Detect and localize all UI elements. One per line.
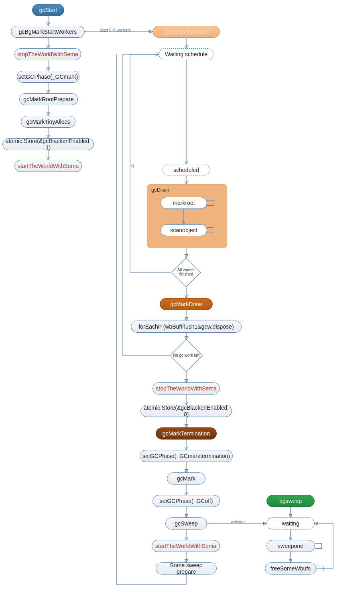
bgsweep-waiting-node: waiting — [266, 517, 315, 529]
bgsweep-node: bgsweep — [266, 495, 315, 507]
gcmarkdone-node: gcMarkDone — [160, 298, 213, 310]
freesomewbufs-node: freeSomeWbufs — [265, 562, 316, 574]
atomicstore1-node: atomic.Store(&gcBlackenEnabled, 1) — [2, 138, 94, 150]
gcbgmarkstartworkers-node: gcBgMarkStartWorkers — [11, 26, 85, 38]
waiting-schedule-node: Waiting schedule — [159, 48, 214, 60]
sweepone-loop-icon — [315, 543, 322, 549]
atomicstore0-node: atomic.Store(&gcBlackenEnabled, 0) — [140, 405, 232, 417]
setgcphase-mark-node: setGCPhase(_GCmark) — [17, 71, 79, 83]
gcdrain-label: gcDrain — [151, 187, 169, 193]
sweepone-node: sweepone — [266, 540, 315, 552]
gcdrain-group: gcDrain — [147, 184, 227, 248]
starttheworldwithsema-node: startTheWorldWithSema — [14, 160, 82, 172]
start-workers-label: Start 0-N workers — [100, 28, 131, 33]
scheduled-node: scheduled — [163, 164, 210, 176]
gcbgmarkworker-node: gcBgMarkWorker — [153, 26, 220, 38]
gcmark-node: gcMark — [167, 472, 205, 484]
setgcphase-off-node: setGCPhase(_GCoff) — [153, 495, 220, 507]
markroot-loop-icon — [207, 200, 214, 206]
gcmarktinyallocs-node: gcMarkTinyAllocs — [21, 116, 75, 128]
gcmarkrootprepare-node: gcMarkRootPrepare — [19, 93, 78, 105]
gcstart-node: gcStart — [32, 4, 64, 16]
wakeup-label: wakeup — [231, 519, 244, 524]
gcsweep-node: gcSweep — [165, 517, 207, 529]
freesomewbufs-loop-icon — [316, 566, 323, 571]
scanobject-node: scanobject — [161, 224, 207, 236]
foreachp-node: forEachP (wbBufFlush1&gcw.dispose) — [131, 321, 242, 333]
n-label: N — [131, 164, 134, 168]
setgcphase-term-node: setGCPhase(_GCmarktermination) — [140, 450, 233, 462]
markroot-node: markroot — [161, 197, 207, 209]
sweep-prepare-node: Some sweep prepare — [156, 562, 217, 574]
stoptheworld2-node: stopTheWorldWithSema — [153, 382, 220, 395]
nogcworkleft-diamond — [170, 339, 203, 372]
starttheworld2-node: startTheWorldWithSema — [152, 540, 220, 552]
stoptheworldwithsema-node: stopTheWorldWithSema — [14, 48, 81, 60]
gcmarktermination-node: gcMarkTermination — [156, 427, 217, 440]
scanobject-loop-icon — [207, 227, 214, 233]
allworker-diamond — [171, 258, 201, 287]
